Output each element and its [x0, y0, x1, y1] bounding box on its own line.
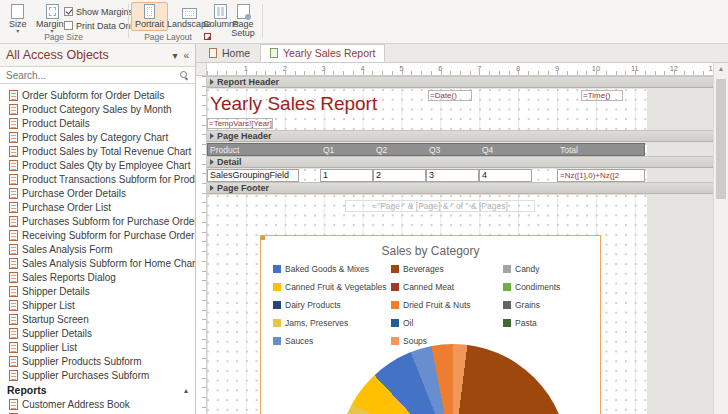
time-textbox[interactable]: =Time()	[581, 90, 623, 101]
nav-item[interactable]: Receiving Subform for Purchase Order Det…	[0, 228, 195, 242]
nav-item[interactable]: Supplier Purchases Subform	[0, 368, 195, 382]
checkbox-unchecked-icon[interactable]	[64, 21, 73, 30]
nav-section-reports[interactable]: Reports ▴	[0, 383, 195, 397]
tempvars-textbox[interactable]: =TempVars![Year]	[207, 118, 273, 129]
page-footer-label: Page Footer	[217, 183, 269, 193]
column-header-label[interactable]: Q4	[482, 145, 493, 155]
nav-pane-header[interactable]: All Access Objects ▾ «	[0, 44, 195, 66]
legend-swatch-icon	[273, 283, 281, 291]
column-header-label[interactable]: Q2	[376, 145, 387, 155]
nav-item[interactable]: Purchase Order List	[0, 200, 195, 214]
nav-item[interactable]: Supplier Details	[0, 326, 195, 340]
vertical-scrollbar[interactable]: ▲	[713, 63, 728, 414]
print-data-only-checkbox[interactable]: Print Data Only	[64, 19, 137, 32]
column-header-label[interactable]: Q3	[429, 145, 440, 155]
nav-item-label: Product Category Sales by Month	[22, 104, 172, 115]
ruler-corner[interactable]	[196, 63, 207, 75]
legend-swatch-icon	[391, 337, 399, 345]
detail-textbox[interactable]: 3	[426, 169, 479, 182]
selection-handle[interactable]	[260, 235, 265, 240]
form-icon	[9, 286, 18, 297]
horizontal-ruler[interactable]: 12345678910111213	[207, 63, 713, 75]
tab-home[interactable]: Home	[199, 44, 260, 62]
scroll-up-icon[interactable]: ▲	[714, 65, 728, 72]
landscape-icon	[182, 8, 197, 19]
shutter-close-icon[interactable]: «	[183, 50, 189, 61]
nav-item[interactable]: Product Transactions Subform for Product…	[0, 172, 195, 186]
nav-item[interactable]: Supplier List	[0, 340, 195, 354]
detail-textbox[interactable]: =Nz([1],0)+Nz([2	[557, 169, 645, 182]
nav-item[interactable]: Sales Analysis Form	[0, 242, 195, 256]
nav-item[interactable]: Sales Reports Dialog	[0, 270, 195, 284]
page-footer-bar[interactable]: Page Footer	[207, 182, 713, 194]
nav-item[interactable]: Product Category Sales by Month	[0, 102, 195, 116]
nav-item[interactable]: Purchase Order Details	[0, 186, 195, 200]
page-header-section[interactable]: ProductQ1Q2Q3Q4Total	[207, 143, 647, 156]
nav-item[interactable]: Order Subform for Order Details	[0, 88, 195, 102]
report-header-bar[interactable]: Report Header	[207, 76, 713, 88]
nav-search-bar	[0, 66, 195, 84]
nav-item[interactable]: Sales Analysis Subform for Home Chart	[0, 256, 195, 270]
nav-item-label: Receiving Subform for Purchase Order Det…	[22, 230, 195, 241]
nav-item[interactable]: Startup Screen	[0, 312, 195, 326]
ruler-number: 4	[361, 64, 365, 73]
page-header-bar[interactable]: Page Header	[207, 130, 713, 142]
nav-item[interactable]: Shipper List	[0, 298, 195, 312]
legend-item: Jams, Preserves	[273, 318, 391, 328]
vertical-ruler[interactable]	[196, 76, 207, 414]
search-icon[interactable]	[179, 70, 189, 80]
report-header-section[interactable]: Yearly Sales Report =Date() =Time() =Tem…	[207, 89, 647, 130]
column-header-label[interactable]: Q1	[323, 145, 334, 155]
checkbox-checked-icon[interactable]	[64, 7, 73, 16]
dialog-launcher-icon[interactable]	[204, 33, 211, 40]
nav-item[interactable]: Product Details	[0, 116, 195, 130]
legend-item: Dried Fruit & Nuts	[391, 300, 503, 310]
nav-item[interactable]: Shipper Details	[0, 284, 195, 298]
legend-item: Dairy Products	[273, 300, 391, 310]
form-icon	[9, 202, 18, 213]
page-size-options: Show Margins Print Data Only	[64, 5, 137, 33]
nav-item-label: Purchases Subform for Purchase Order Det…	[22, 216, 195, 227]
column-header-label[interactable]: Product	[210, 145, 239, 155]
legend-item: Sauces	[273, 336, 391, 346]
form-icon	[9, 90, 18, 101]
legend-swatch-icon	[503, 283, 511, 291]
nav-item[interactable]: Customer Address Book	[0, 397, 195, 411]
report-tab-icon	[270, 48, 278, 58]
nav-item[interactable]: Product Sales by Total Revenue Chart	[0, 144, 195, 158]
detail-textbox[interactable]: 2	[373, 169, 426, 182]
date-textbox[interactable]: =Date()	[428, 90, 472, 101]
detail-textbox[interactable]: 1	[320, 169, 373, 182]
nav-item-label: Product Sales by Category Chart	[22, 132, 168, 143]
page-setup-icon	[237, 4, 250, 19]
nav-menu-icon[interactable]: ▾	[172, 50, 177, 61]
form-icon	[9, 132, 18, 143]
detail-textbox[interactable]: SalesGroupingField	[207, 169, 299, 182]
nav-item[interactable]: Product Sales Qty by Employee Chart	[0, 158, 195, 172]
page-number-textbox[interactable]: ="Page " & [Page] & " of " & [Pages]	[345, 200, 535, 212]
legend-label: Condiments	[515, 282, 560, 292]
form-icon	[9, 118, 18, 129]
report-title-label[interactable]: Yearly Sales Report	[210, 93, 377, 115]
chevron-up-icon[interactable]: ▴	[184, 386, 188, 395]
scrollbar-thumb[interactable]	[716, 79, 726, 199]
detail-bar[interactable]: Detail	[207, 156, 713, 168]
detail-section[interactable]: SalesGroupingField1234=Nz([1],0)+Nz([2	[207, 169, 647, 182]
column-header-band[interactable]: ProductQ1Q2Q3Q4Total	[207, 143, 645, 156]
page-setup-button[interactable]: Page Setup	[228, 2, 258, 41]
sales-by-category-chart[interactable]: Sales by Category Baked Goods & MixesBev…	[260, 235, 601, 414]
nav-item[interactable]: Product Sales by Category Chart	[0, 130, 195, 144]
nav-item[interactable]: Purchases Subform for Purchase Order Det…	[0, 214, 195, 228]
page-footer-section[interactable]: ="Page " & [Page] & " of " & [Pages] Sal…	[207, 195, 647, 414]
legend-label: Beverages	[403, 264, 444, 274]
ruler-number: 8	[516, 64, 520, 73]
design-canvas[interactable]: Report Header Yearly Sales Report =Date(…	[207, 76, 713, 414]
column-header-label[interactable]: Total	[560, 145, 578, 155]
legend-label: Dried Fruit & Nuts	[403, 300, 471, 310]
legend-item: Canned Meat	[391, 282, 503, 292]
search-input[interactable]	[6, 70, 179, 81]
tab-yearly-sales-report[interactable]: Yearly Sales Report	[260, 44, 385, 62]
detail-textbox[interactable]: 4	[479, 169, 532, 182]
nav-item[interactable]: Supplier Products Subform	[0, 354, 195, 368]
show-margins-checkbox[interactable]: Show Margins	[64, 5, 137, 18]
